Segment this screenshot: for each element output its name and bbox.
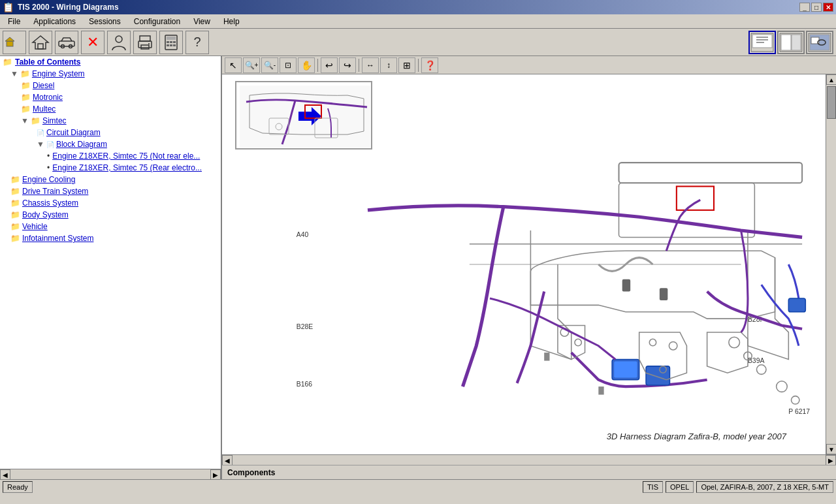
view1-button[interactable] [748, 31, 776, 54]
components-label-area: Components [222, 465, 836, 479]
tree-motronic[interactable]: 📁 Motronic [0, 91, 221, 103]
menu-applications[interactable]: Applications [28, 16, 81, 27]
block-diagram-link[interactable]: Block Diagram [56, 140, 107, 149]
motronic-link[interactable]: Motronic [33, 93, 63, 102]
vertical-scrollbar[interactable]: ▲ ▼ [826, 74, 836, 454]
fit-height-button[interactable]: ↕ [380, 57, 397, 73]
body-link[interactable]: Body System [22, 210, 69, 219]
engine-z18xer-2-link[interactable]: Engine Z18XER, Simtec 75 (Rear electro..… [52, 163, 202, 172]
menu-file[interactable]: File [3, 16, 25, 27]
scroll-up-button[interactable]: ▲ [826, 74, 836, 85]
svg-rect-16 [173, 41, 176, 43]
minimize-button[interactable]: _ [799, 3, 810, 12]
tree-multec[interactable]: 📁 Multec [0, 103, 221, 115]
rotate-button[interactable]: ⊞ [398, 57, 415, 73]
tree-root[interactable]: 📁 Table of Contents [0, 56, 221, 68]
view2-button[interactable] [777, 31, 805, 54]
tree-body[interactable]: 📁 Body System [0, 209, 221, 221]
svg-rect-59 [660, 288, 667, 300]
left-horizontal-scrollbar[interactable]: ◀ ▶ [0, 469, 221, 479]
maximize-button[interactable]: □ [811, 3, 822, 12]
car-button[interactable] [55, 31, 78, 54]
diagram-scroll-left-button[interactable]: ◀ [222, 455, 233, 465]
diagram-info-button[interactable]: ❓ [421, 57, 438, 73]
right-panel: ↖ 🔍+ 🔍- ⊡ ✋ ↩ ↪ ↔ ↕ ⊞ ❓ A40 [222, 56, 836, 479]
tree-engine-cooling[interactable]: 📁 Engine Cooling [0, 174, 221, 185]
menu-help[interactable]: Help [218, 16, 245, 27]
svg-text:A40: A40 [297, 231, 309, 238]
multec-link[interactable]: Multec [33, 104, 56, 114]
menu-view[interactable]: View [188, 16, 216, 27]
diagram-scroll-right-button[interactable]: ▶ [826, 455, 836, 465]
chassis-link[interactable]: Chassis System [22, 198, 78, 208]
infotainment-link[interactable]: Infotainment System [22, 234, 93, 243]
scroll-down-button[interactable]: ▼ [826, 444, 836, 454]
redo-button[interactable]: ↪ [339, 57, 356, 73]
pan-button[interactable]: ✋ [298, 57, 315, 73]
close-button[interactable]: ✕ [823, 3, 833, 12]
engine-system-link[interactable]: Engine System [32, 69, 85, 78]
tree-drive-train[interactable]: 📁 Drive Train System [0, 185, 221, 197]
svg-rect-17 [167, 44, 169, 46]
diagram-caption: 3D Harness Diagram Zafira-B, model year … [607, 432, 786, 441]
engine-cooling-link[interactable]: Engine Cooling [22, 175, 75, 184]
caption-text: 3D Harness Diagram Zafira-B, model year … [607, 432, 786, 441]
drive-train-link[interactable]: Drive Train System [22, 187, 88, 196]
svg-rect-3 [38, 44, 43, 49]
status-tis: TIS [643, 481, 663, 493]
print-button[interactable] [133, 31, 157, 54]
circuit-diagram-link[interactable]: Circuit Diagram [46, 128, 101, 137]
tree-block-diagram[interactable]: ▼ 📄 Block Diagram [0, 138, 221, 150]
tree-engine-z18xer-1[interactable]: • Engine Z18XER, Simtec 75 (Not rear ele… [0, 150, 221, 162]
select-tool-button[interactable]: ↖ [225, 57, 242, 73]
svg-rect-26 [781, 35, 791, 50]
diagram-area: A40 B28E B28I B39A B166 P 6217 [222, 74, 826, 454]
undo-button[interactable]: ↩ [321, 57, 338, 73]
vehicle-link[interactable]: Vehicle [22, 222, 48, 231]
thumbnail-inset [235, 81, 372, 150]
svg-rect-55 [788, 298, 805, 312]
diesel-link[interactable]: Diesel [33, 81, 54, 90]
help-button[interactable]: ? [185, 31, 209, 54]
calc-button[interactable] [159, 31, 183, 54]
svg-rect-58 [622, 279, 630, 292]
svg-point-7 [116, 36, 122, 42]
app-icon: 📋 [3, 2, 14, 12]
status-vehicle-info: Opel, ZAFIRA-B, 2007, Z 18 XER, 5-MT [696, 481, 833, 493]
zoom-out-button[interactable]: 🔍- [261, 57, 278, 73]
tree-vehicle[interactable]: 📁 Vehicle [0, 221, 221, 232]
simtec-link[interactable]: Simtec [42, 116, 67, 125]
hscroll-track [10, 469, 210, 479]
engine-z18xer-1-link[interactable]: Engine Z18XER, Simtec 75 (Not rear ele..… [52, 151, 200, 161]
person-button[interactable] [107, 31, 131, 54]
svg-rect-0 [7, 41, 13, 46]
stop-button[interactable]: ✕ [81, 31, 104, 54]
main-toolbar: ✕ ? [0, 29, 836, 56]
tree-engine-z18xer-2[interactable]: • Engine Z18XER, Simtec 75 (Rear electro… [0, 162, 221, 174]
tree-simtec[interactable]: ▼ 📁 Simtec [0, 115, 221, 127]
home-button[interactable] [29, 31, 52, 54]
scroll-right-button[interactable]: ▶ [210, 469, 221, 480]
nav-button[interactable] [3, 31, 26, 54]
menu-sessions[interactable]: Sessions [84, 16, 126, 27]
view3-button[interactable] [806, 31, 833, 54]
status-bar: Ready TIS OPEL Opel, ZAFIRA-B, 2007, Z 1… [0, 479, 836, 494]
svg-rect-27 [792, 35, 801, 50]
svg-rect-8 [140, 36, 150, 41]
table-of-contents-link[interactable]: Table of Contents [15, 57, 80, 67]
tree-panel: 📁 Table of Contents ▼ 📁 Engine System 📁 … [0, 56, 222, 469]
svg-marker-1 [5, 37, 14, 41]
tree-infotainment[interactable]: 📁 Infotainment System [0, 232, 221, 244]
tree-circuit-diagram[interactable]: 📄 Circuit Diagram [0, 127, 221, 138]
scroll-left-button[interactable]: ◀ [0, 469, 10, 480]
status-opel: OPEL [666, 481, 694, 493]
fit-width-button[interactable]: ↔ [362, 57, 379, 73]
zoom-in-button[interactable]: 🔍+ [243, 57, 260, 73]
diagram-toolbar: ↖ 🔍+ 🔍- ⊡ ✋ ↩ ↪ ↔ ↕ ⊞ ❓ [222, 56, 836, 74]
zoom-rect-button[interactable]: ⊡ [280, 57, 297, 73]
menu-configuration[interactable]: Configuration [129, 16, 185, 27]
horizontal-scrollbar[interactable]: ◀ ▶ [222, 454, 836, 465]
tree-chassis[interactable]: 📁 Chassis System [0, 197, 221, 209]
tree-diesel[interactable]: 📁 Diesel [0, 80, 221, 91]
tree-engine-system[interactable]: ▼ 📁 Engine System [0, 68, 221, 80]
